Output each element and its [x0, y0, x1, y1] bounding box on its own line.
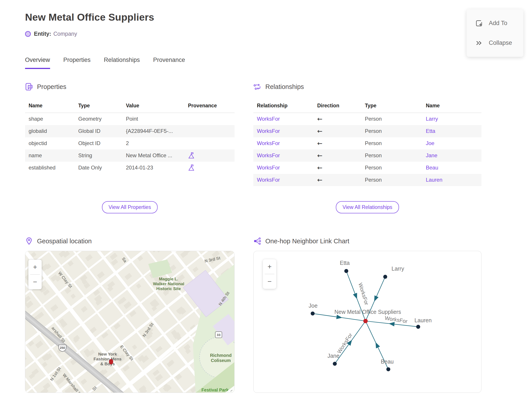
relationships-header-row: RelationshipDirectionTypeName	[253, 100, 481, 113]
node-center-company[interactable]	[363, 319, 368, 323]
view-all-relationships-button[interactable]: View All Relationships	[336, 201, 399, 213]
node-jane[interactable]	[333, 362, 337, 366]
relationships-col-type: Type	[363, 100, 424, 113]
page-header: New Metal Office Suppliers Entity: Compa…	[0, 0, 532, 37]
relationships-col-name: Name	[424, 100, 481, 113]
person-link[interactable]: Lauren	[426, 177, 442, 183]
relationship-entity-type: Person	[363, 174, 424, 186]
relationship-row-joe: WorksFor←PersonJoe	[253, 137, 481, 149]
relationship-entity-name: Larry	[424, 113, 481, 125]
property-row-objectid: objectidObject ID2	[25, 137, 234, 149]
chevrons-right-icon	[475, 39, 483, 47]
tab-overview[interactable]: Overview	[25, 57, 50, 69]
relationship-entity-type: Person	[363, 113, 424, 125]
entity-label: Entity:	[34, 31, 51, 37]
map-poi-label: RichmondColiseum	[210, 353, 231, 363]
collapse-button[interactable]: Collapse	[475, 39, 523, 47]
worksfor-link[interactable]: WorksFor	[257, 177, 280, 183]
view-all-properties-button[interactable]: View All Properties	[102, 201, 158, 213]
relationship-row-lauren: WorksFor←PersonLauren	[253, 174, 481, 186]
property-type: Geometry	[76, 113, 124, 125]
linkchart-heading: One-hop Neighbor Link Chart	[253, 237, 481, 245]
relationship-entity-type: Person	[363, 149, 424, 162]
relationships-actions: View All Relationships	[253, 198, 481, 227]
tab-provenance[interactable]: Provenance	[153, 57, 185, 69]
properties-table: NameTypeValueProvenance shapeGeometryPoi…	[25, 100, 234, 174]
page-title: New Metal Office Suppliers	[25, 12, 532, 23]
tab-bar: OverviewPropertiesRelationshipsProvenanc…	[25, 57, 532, 69]
edge-arrowhead	[389, 322, 395, 326]
relationship-type-link: WorksFor	[253, 149, 315, 162]
tab-relationships[interactable]: Relationships	[104, 57, 140, 69]
person-link[interactable]: Jane	[426, 152, 437, 158]
relationship-entity-type: Person	[363, 125, 424, 137]
person-link[interactable]: Etta	[426, 128, 435, 134]
person-link[interactable]: Joe	[426, 140, 434, 146]
relationship-entity-type: Person	[363, 162, 424, 174]
property-provenance	[186, 162, 234, 174]
route-shield-33: 33	[215, 331, 222, 338]
person-link[interactable]: Larry	[426, 116, 438, 122]
node-label-lauren: Lauren	[414, 317, 432, 323]
edge-arrowhead	[375, 342, 380, 348]
relationship-type-link: WorksFor	[253, 125, 315, 137]
property-name: name	[25, 149, 76, 162]
tab-properties[interactable]: Properties	[63, 57, 91, 69]
property-name: globalid	[25, 125, 76, 137]
node-lauren[interactable]	[416, 325, 420, 329]
property-value: Point	[124, 113, 186, 125]
property-name: shape	[25, 113, 76, 125]
worksfor-link[interactable]: WorksFor	[257, 165, 280, 171]
collapse-label: Collapse	[489, 40, 512, 46]
provenance-flag-icon[interactable]	[188, 164, 195, 171]
map-zoom-out-button[interactable]: −	[28, 275, 42, 289]
chart-zoom-control: + −	[263, 259, 276, 289]
basemap[interactable]: k RdW Clay StSaN 3rd StN 4th Starshall S…	[25, 251, 234, 393]
properties-col-provenance: Provenance	[186, 100, 234, 113]
relationship-type-link: WorksFor	[253, 113, 315, 125]
worksfor-link[interactable]: WorksFor	[257, 152, 280, 158]
chart-zoom-out-button[interactable]: −	[263, 274, 276, 289]
relationship-direction: ←	[315, 137, 363, 149]
edge-arrowhead	[336, 315, 342, 319]
relationship-entity-name: Joe	[424, 137, 481, 149]
map-card: + − k RdW Clay StSaN 3rd StN 4th Starsha…	[25, 251, 234, 393]
svg-text:250: 250	[60, 346, 65, 350]
relationships-graph-icon	[253, 83, 261, 91]
relationships-col-direction: Direction	[315, 100, 363, 113]
property-value: {A228944F-0EF5-...	[124, 125, 186, 137]
relationship-direction: ←	[315, 149, 363, 162]
link-chart-canvas[interactable]: WorksForWorksForWorksForNew Metal Office…	[253, 251, 481, 393]
entity-row: Entity: Company	[25, 31, 532, 37]
property-name: objectid	[25, 137, 76, 149]
node-etta[interactable]	[344, 269, 348, 273]
node-joe[interactable]	[311, 311, 314, 315]
worksfor-link[interactable]: WorksFor	[257, 140, 280, 146]
property-value: 2014-01-23	[124, 162, 186, 174]
location-marker	[109, 359, 113, 364]
relationships-col-relationship: Relationship	[253, 100, 315, 113]
relationship-type-link: WorksFor	[253, 174, 315, 186]
properties-form-icon	[25, 83, 33, 91]
worksfor-link[interactable]: WorksFor	[257, 116, 280, 122]
relationship-direction: ←	[315, 113, 363, 125]
provenance-flag-icon[interactable]	[188, 152, 195, 159]
worksfor-link[interactable]: WorksFor	[257, 128, 280, 134]
edge-label-worksfor: WorksFor	[384, 315, 408, 324]
floating-action-panel: Add To Collapse	[467, 9, 523, 57]
chart-zoom-in-button[interactable]: +	[263, 259, 276, 274]
relationship-type-link: WorksFor	[253, 162, 315, 174]
properties-col-type: Type	[76, 100, 124, 113]
person-link[interactable]: Beau	[426, 165, 438, 171]
node-larry[interactable]	[383, 275, 387, 279]
one-hop-graph-icon	[253, 237, 261, 245]
relationship-row-etta: WorksFor←PersonEtta	[253, 125, 481, 137]
add-to-button[interactable]: Add To	[475, 19, 523, 27]
add-to-label: Add To	[489, 20, 507, 27]
map-zoom-in-button[interactable]: +	[28, 260, 42, 274]
link-chart-card: + − WorksForWorksForWorksForNew Metal Of…	[253, 251, 481, 393]
edge-arrowhead	[374, 295, 379, 302]
node-beau[interactable]	[386, 367, 390, 371]
property-value: 2	[124, 137, 186, 149]
property-provenance	[186, 125, 234, 137]
